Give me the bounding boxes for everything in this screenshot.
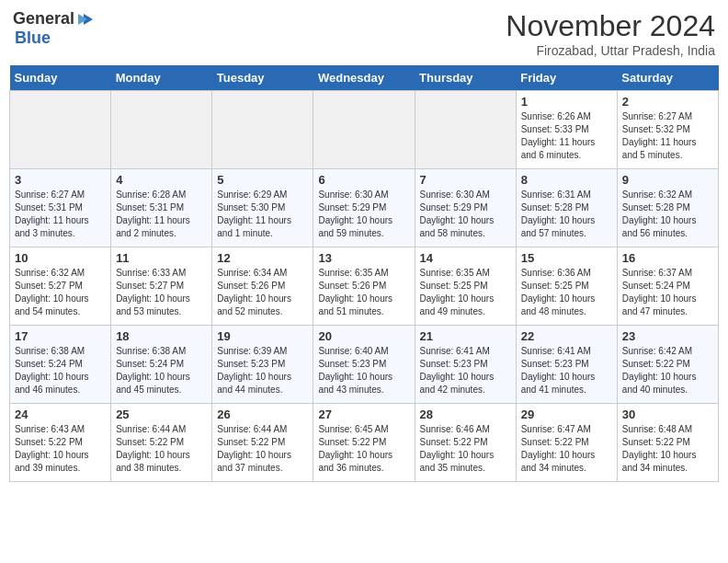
calendar-cell: 27Sunrise: 6:45 AMSunset: 5:22 PMDayligh… bbox=[313, 404, 415, 482]
day-number: 12 bbox=[217, 251, 308, 265]
day-number: 14 bbox=[420, 251, 511, 265]
calendar-cell: 19Sunrise: 6:39 AMSunset: 5:23 PMDayligh… bbox=[212, 326, 313, 404]
calendar-cell: 17Sunrise: 6:38 AMSunset: 5:24 PMDayligh… bbox=[10, 326, 111, 404]
day-number: 5 bbox=[217, 173, 308, 187]
logo-general-text: General bbox=[13, 9, 74, 29]
calendar-cell: 14Sunrise: 6:35 AMSunset: 5:25 PMDayligh… bbox=[415, 247, 516, 326]
day-number: 1 bbox=[521, 95, 612, 109]
day-info: Sunrise: 6:30 AMSunset: 5:29 PMDaylight:… bbox=[420, 189, 511, 240]
day-number: 27 bbox=[318, 408, 409, 421]
calendar-cell bbox=[313, 91, 415, 169]
calendar-cell: 20Sunrise: 6:40 AMSunset: 5:23 PMDayligh… bbox=[313, 326, 415, 404]
logo: General Blue bbox=[13, 9, 95, 48]
day-info: Sunrise: 6:37 AMSunset: 5:24 PMDaylight:… bbox=[622, 267, 713, 318]
calendar-cell: 1Sunrise: 6:26 AMSunset: 5:33 PMDaylight… bbox=[516, 91, 617, 169]
weekday-header-row: SundayMondayTuesdayWednesdayThursdayFrid… bbox=[10, 65, 719, 91]
day-info: Sunrise: 6:46 AMSunset: 5:22 PMDaylight:… bbox=[420, 423, 511, 475]
day-number: 2 bbox=[622, 95, 713, 109]
calendar-cell: 25Sunrise: 6:44 AMSunset: 5:22 PMDayligh… bbox=[111, 404, 212, 482]
weekday-header-tuesday: Tuesday bbox=[212, 65, 313, 91]
calendar-cell: 13Sunrise: 6:35 AMSunset: 5:26 PMDayligh… bbox=[313, 247, 415, 326]
day-number: 8 bbox=[521, 173, 612, 187]
day-number: 6 bbox=[318, 173, 409, 187]
day-number: 13 bbox=[318, 251, 409, 265]
day-info: Sunrise: 6:39 AMSunset: 5:23 PMDaylight:… bbox=[217, 345, 308, 396]
calendar-cell: 8Sunrise: 6:31 AMSunset: 5:28 PMDaylight… bbox=[516, 169, 617, 247]
calendar-week-row: 24Sunrise: 6:43 AMSunset: 5:22 PMDayligh… bbox=[10, 404, 719, 482]
calendar-cell: 15Sunrise: 6:36 AMSunset: 5:25 PMDayligh… bbox=[516, 247, 617, 326]
calendar-cell: 22Sunrise: 6:41 AMSunset: 5:23 PMDayligh… bbox=[516, 326, 617, 404]
calendar-cell: 7Sunrise: 6:30 AMSunset: 5:29 PMDaylight… bbox=[415, 169, 516, 247]
day-number: 17 bbox=[15, 329, 106, 343]
calendar-week-row: 1Sunrise: 6:26 AMSunset: 5:33 PMDaylight… bbox=[10, 91, 719, 169]
calendar-cell: 26Sunrise: 6:44 AMSunset: 5:22 PMDayligh… bbox=[212, 404, 313, 482]
weekday-header-sunday: Sunday bbox=[10, 65, 111, 91]
day-info: Sunrise: 6:40 AMSunset: 5:23 PMDaylight:… bbox=[318, 345, 409, 396]
day-info: Sunrise: 6:31 AMSunset: 5:28 PMDaylight:… bbox=[521, 189, 612, 240]
calendar-cell: 24Sunrise: 6:43 AMSunset: 5:22 PMDayligh… bbox=[10, 404, 111, 482]
calendar-table: SundayMondayTuesdayWednesdayThursdayFrid… bbox=[9, 65, 719, 482]
day-number: 10 bbox=[15, 251, 106, 265]
day-info: Sunrise: 6:38 AMSunset: 5:24 PMDaylight:… bbox=[116, 345, 207, 396]
day-info: Sunrise: 6:45 AMSunset: 5:22 PMDaylight:… bbox=[318, 423, 409, 475]
day-info: Sunrise: 6:41 AMSunset: 5:23 PMDaylight:… bbox=[420, 345, 511, 396]
weekday-header-monday: Monday bbox=[111, 65, 212, 91]
weekday-header-friday: Friday bbox=[516, 65, 617, 91]
logo-blue-text: Blue bbox=[15, 29, 51, 47]
day-info: Sunrise: 6:28 AMSunset: 5:31 PMDaylight:… bbox=[116, 189, 207, 240]
calendar-cell: 9Sunrise: 6:32 AMSunset: 5:28 PMDaylight… bbox=[617, 169, 718, 247]
location-text: Firozabad, Uttar Pradesh, India bbox=[506, 43, 715, 58]
calendar-cell: 4Sunrise: 6:28 AMSunset: 5:31 PMDaylight… bbox=[111, 169, 212, 247]
day-info: Sunrise: 6:43 AMSunset: 5:22 PMDaylight:… bbox=[15, 423, 106, 475]
day-info: Sunrise: 6:32 AMSunset: 5:28 PMDaylight:… bbox=[622, 189, 713, 240]
day-info: Sunrise: 6:41 AMSunset: 5:23 PMDaylight:… bbox=[521, 345, 612, 396]
day-number: 19 bbox=[217, 329, 308, 343]
calendar-cell: 18Sunrise: 6:38 AMSunset: 5:24 PMDayligh… bbox=[111, 326, 212, 404]
calendar-week-row: 10Sunrise: 6:32 AMSunset: 5:27 PMDayligh… bbox=[10, 247, 719, 326]
day-number: 29 bbox=[521, 408, 612, 421]
day-number: 18 bbox=[116, 329, 207, 343]
calendar-cell: 10Sunrise: 6:32 AMSunset: 5:27 PMDayligh… bbox=[10, 247, 111, 326]
day-info: Sunrise: 6:32 AMSunset: 5:27 PMDaylight:… bbox=[15, 267, 106, 318]
calendar-cell: 21Sunrise: 6:41 AMSunset: 5:23 PMDayligh… bbox=[415, 326, 516, 404]
day-info: Sunrise: 6:29 AMSunset: 5:30 PMDaylight:… bbox=[217, 189, 308, 240]
calendar-cell bbox=[212, 91, 313, 169]
calendar-cell bbox=[111, 91, 212, 169]
day-info: Sunrise: 6:44 AMSunset: 5:22 PMDaylight:… bbox=[116, 423, 207, 475]
day-number: 23 bbox=[622, 329, 713, 343]
day-info: Sunrise: 6:44 AMSunset: 5:22 PMDaylight:… bbox=[217, 423, 308, 475]
calendar-cell: 28Sunrise: 6:46 AMSunset: 5:22 PMDayligh… bbox=[415, 404, 516, 482]
day-info: Sunrise: 6:34 AMSunset: 5:26 PMDaylight:… bbox=[217, 267, 308, 318]
calendar-cell bbox=[415, 91, 516, 169]
weekday-header-thursday: Thursday bbox=[415, 65, 516, 91]
day-number: 15 bbox=[521, 251, 612, 265]
calendar-cell: 2Sunrise: 6:27 AMSunset: 5:32 PMDaylight… bbox=[617, 91, 718, 169]
day-number: 20 bbox=[318, 329, 409, 343]
day-info: Sunrise: 6:30 AMSunset: 5:29 PMDaylight:… bbox=[318, 189, 409, 240]
weekday-header-saturday: Saturday bbox=[617, 65, 718, 91]
calendar-week-row: 3Sunrise: 6:27 AMSunset: 5:31 PMDaylight… bbox=[10, 169, 719, 247]
day-info: Sunrise: 6:47 AMSunset: 5:22 PMDaylight:… bbox=[521, 423, 612, 475]
day-number: 24 bbox=[15, 408, 106, 421]
title-block: November 2024 Firozabad, Uttar Pradesh, … bbox=[506, 9, 715, 58]
day-number: 9 bbox=[622, 173, 713, 187]
calendar-week-row: 17Sunrise: 6:38 AMSunset: 5:24 PMDayligh… bbox=[10, 326, 719, 404]
calendar-cell: 23Sunrise: 6:42 AMSunset: 5:22 PMDayligh… bbox=[617, 326, 718, 404]
weekday-header-wednesday: Wednesday bbox=[313, 65, 415, 91]
day-number: 21 bbox=[420, 329, 511, 343]
day-number: 11 bbox=[116, 251, 207, 265]
page-header: General Blue November 2024 Firozabad, Ut… bbox=[9, 9, 719, 58]
day-number: 30 bbox=[622, 408, 713, 421]
calendar-cell: 30Sunrise: 6:48 AMSunset: 5:22 PMDayligh… bbox=[617, 404, 718, 482]
logo-icon bbox=[76, 12, 95, 27]
month-title: November 2024 bbox=[506, 9, 715, 43]
day-number: 3 bbox=[15, 173, 106, 187]
calendar-cell: 3Sunrise: 6:27 AMSunset: 5:31 PMDaylight… bbox=[10, 169, 111, 247]
day-number: 7 bbox=[420, 173, 511, 187]
day-info: Sunrise: 6:38 AMSunset: 5:24 PMDaylight:… bbox=[15, 345, 106, 396]
calendar-cell: 6Sunrise: 6:30 AMSunset: 5:29 PMDaylight… bbox=[313, 169, 415, 247]
day-number: 4 bbox=[116, 173, 207, 187]
day-number: 22 bbox=[521, 329, 612, 343]
day-info: Sunrise: 6:33 AMSunset: 5:27 PMDaylight:… bbox=[116, 267, 207, 318]
day-info: Sunrise: 6:48 AMSunset: 5:22 PMDaylight:… bbox=[622, 423, 713, 475]
